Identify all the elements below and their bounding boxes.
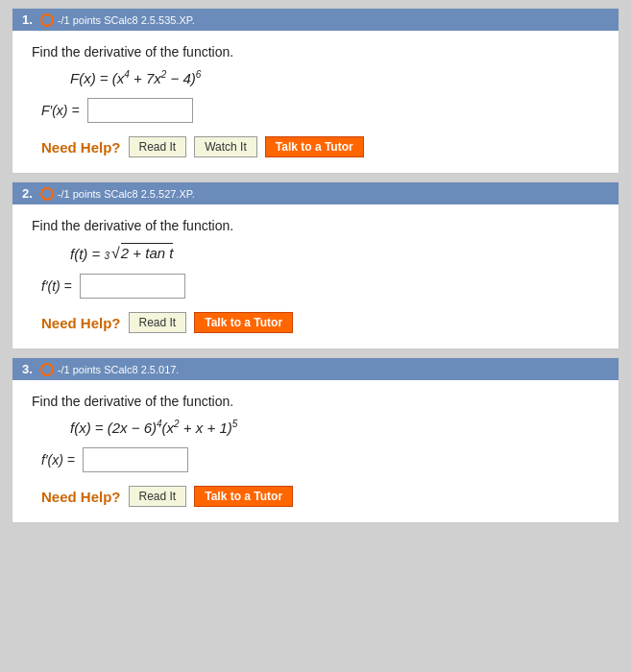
- problem-2-find-text: Find the derivative of the function.: [32, 218, 599, 233]
- problem-2-points-text: -/1 points SCalc8 2.5.527.XP.: [58, 188, 195, 200]
- problem-3-talk-tutor-button[interactable]: Talk to a Tutor: [194, 486, 293, 507]
- circle-icon-1: [40, 13, 54, 27]
- problem-3-equation-text: f(x) = (2x − 6)4(x2 + x + 1)5: [70, 420, 237, 436]
- problem-1-talk-tutor-button[interactable]: Talk to a Tutor: [265, 136, 364, 157]
- problem-3-number: 3.: [22, 362, 33, 376]
- problem-3-need-help-row: Need Help? Read It Talk to a Tutor: [41, 486, 599, 507]
- problem-2: 2. -/1 points SCalc8 2.5.527.XP. Find th…: [12, 181, 619, 349]
- problem-2-answer-label: f′(t) =: [41, 278, 72, 294]
- problem-3-need-help-label: Need Help?: [41, 489, 121, 505]
- problem-1-number: 1.: [22, 12, 33, 27]
- problem-2-need-help-label: Need Help?: [41, 315, 121, 331]
- problem-3-body: Find the derivative of the function. f(x…: [12, 380, 619, 522]
- problem-2-read-it-button[interactable]: Read It: [129, 312, 187, 333]
- problem-3-equation: f(x) = (2x − 6)4(x2 + x + 1)5: [70, 419, 599, 436]
- problem-1-answer-row: F′(x) =: [41, 98, 599, 123]
- problem-2-need-help-row: Need Help? Read It Talk to a Tutor: [41, 312, 599, 333]
- circle-icon-2: [40, 187, 54, 201]
- problem-3-points-text: -/1 points SCalc8 2.5.017.: [58, 364, 180, 375]
- problem-2-points-badge: -/1 points SCalc8 2.5.527.XP.: [40, 187, 195, 201]
- problem-1-equation: F(x) = (x4 + 7x2 − 4)6: [70, 69, 599, 86]
- problem-1-read-it-button[interactable]: Read It: [129, 136, 187, 157]
- problem-1-body: Find the derivative of the function. F(x…: [12, 31, 619, 173]
- problem-2-equation-text: f(t) = 3√2 + tan t: [70, 246, 173, 262]
- problem-3-find-text: Find the derivative of the function.: [32, 394, 599, 409]
- problem-2-answer-row: f′(t) =: [41, 274, 599, 299]
- problem-2-number: 2.: [22, 186, 33, 201]
- problem-1-answer-label: F′(x) =: [41, 103, 80, 118]
- problem-3-answer-input[interactable]: [83, 447, 188, 472]
- problem-1: 1. -/1 points SCalc8 2.5.535.XP. Find th…: [12, 8, 619, 174]
- problem-2-equation: f(t) = 3√2 + tan t: [70, 243, 599, 262]
- problem-3: 3. -/1 points SCalc8 2.5.017. Find the d…: [12, 357, 619, 523]
- problem-1-equation-text: F(x) = (x4 + 7x2 − 4)6: [70, 70, 201, 86]
- problem-2-header: 2. -/1 points SCalc8 2.5.527.XP.: [12, 182, 619, 204]
- problem-1-watch-it-button[interactable]: Watch It: [194, 136, 257, 157]
- problem-3-answer-row: f′(x) =: [41, 447, 599, 472]
- problem-2-answer-input[interactable]: [80, 274, 185, 299]
- cube-root: 3√2 + tan t: [104, 243, 173, 261]
- circle-icon-3: [40, 363, 54, 376]
- problem-3-answer-label: f′(x) =: [41, 452, 75, 468]
- problem-3-header: 3. -/1 points SCalc8 2.5.017.: [12, 358, 619, 380]
- problem-1-need-help-row: Need Help? Read It Watch It Talk to a Tu…: [41, 136, 599, 157]
- problem-1-need-help-label: Need Help?: [41, 139, 121, 156]
- problem-2-talk-tutor-button[interactable]: Talk to a Tutor: [194, 312, 293, 333]
- problem-1-header: 1. -/1 points SCalc8 2.5.535.XP.: [12, 9, 619, 31]
- problem-3-points-badge: -/1 points SCalc8 2.5.017.: [40, 363, 180, 376]
- problem-1-points-badge: -/1 points SCalc8 2.5.535.XP.: [40, 13, 195, 27]
- problem-3-read-it-button[interactable]: Read It: [129, 486, 187, 507]
- problem-1-points-text: -/1 points SCalc8 2.5.535.XP.: [58, 14, 195, 26]
- problem-1-find-text: Find the derivative of the function.: [32, 44, 599, 60]
- problem-2-body: Find the derivative of the function. f(t…: [12, 204, 619, 348]
- problem-1-answer-input[interactable]: [87, 98, 193, 123]
